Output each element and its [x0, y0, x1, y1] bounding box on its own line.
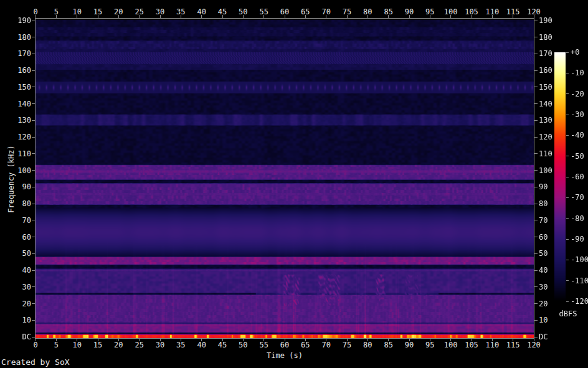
freq-tick-left — [32, 303, 35, 304]
freq-tick-right — [534, 303, 538, 304]
plot-border-right — [534, 18, 534, 339]
freq-tick-right — [534, 87, 538, 87]
freq-tick-label-left: 30 — [4, 283, 31, 291]
colorbar-tick-label: -60 — [571, 173, 588, 181]
colorbar-tick-label: +0 — [571, 49, 588, 56]
colorbar-tick — [566, 177, 569, 177]
freq-tick-left — [32, 253, 35, 254]
freq-tick-left — [32, 153, 35, 154]
freq-tick-label-left: 40 — [4, 267, 31, 274]
freq-tick-left — [32, 21, 35, 21]
freq-tick-label-left: 140 — [4, 100, 31, 108]
freq-tick-right — [534, 337, 538, 337]
freq-tick-label-left: 150 — [4, 83, 31, 91]
freq-tick-label-right: 50 — [539, 250, 561, 257]
freq-tick-left — [32, 103, 35, 104]
colorbar-tick — [566, 52, 569, 53]
freq-tick-label-left: 170 — [4, 50, 31, 57]
colorbar-tick — [566, 301, 569, 302]
freq-tick-left — [32, 204, 35, 204]
freq-tick-left — [32, 220, 35, 220]
colorbar-tick — [566, 73, 569, 73]
time-tick-label-bottom: 120 — [521, 341, 546, 349]
freq-tick-label-right: 60 — [539, 234, 561, 241]
freq-tick-left — [32, 286, 35, 287]
freq-tick-label-right: 110 — [539, 150, 561, 158]
colorbar-tick-label: -120 — [571, 298, 588, 305]
freq-tick-label-right: 120 — [539, 133, 561, 141]
y-axis-title: Frequency (kHz) — [7, 130, 16, 229]
freq-tick-label-right: 130 — [539, 116, 561, 124]
sox-credit: Created by SoX — [1, 357, 70, 367]
freq-tick-left — [32, 170, 35, 171]
colorbar-tick — [566, 115, 569, 115]
colorbar-tick-label: -100 — [571, 256, 588, 263]
freq-tick-label-right: 20 — [539, 300, 561, 308]
freq-tick-label-left: 60 — [4, 234, 31, 241]
colorbar-tick-label: -20 — [571, 90, 588, 98]
freq-tick-right — [534, 153, 538, 154]
freq-tick-right — [534, 220, 538, 220]
freq-tick-right — [534, 320, 538, 321]
freq-tick-label-left: 190 — [4, 17, 31, 24]
colorbar-tick-label: -30 — [571, 111, 588, 118]
time-tick-label-top: 120 — [521, 8, 546, 16]
colorbar-tick — [566, 197, 569, 198]
freq-tick-left — [32, 137, 35, 138]
freq-tick-left — [32, 337, 35, 337]
freq-tick-left — [32, 237, 35, 237]
colorbar-tick — [566, 239, 569, 240]
sox-spectrogram-window: 0055101015152020252530303535404045455050… — [0, 0, 588, 368]
freq-tick-label-left: 20 — [4, 300, 31, 308]
freq-tick-left — [32, 37, 35, 37]
freq-tick-label-left: 180 — [4, 34, 31, 41]
plot-border-top — [35, 18, 534, 19]
freq-tick-label-right: 100 — [539, 167, 561, 174]
freq-tick-label-left: 130 — [4, 116, 31, 124]
freq-tick-right — [534, 187, 538, 187]
colorbar-tick-label: -40 — [571, 131, 588, 139]
colorbar-tick-label: -70 — [571, 194, 588, 201]
freq-tick-label-right: 80 — [539, 200, 561, 207]
plot-border-left — [35, 18, 36, 339]
freq-tick-left — [32, 187, 35, 187]
spectrogram-canvas — [36, 19, 534, 338]
freq-tick-left — [32, 70, 35, 71]
freq-tick-left — [32, 54, 35, 54]
freq-tick-right — [534, 204, 538, 204]
freq-tick-left — [32, 120, 35, 121]
freq-tick-right — [534, 54, 538, 54]
freq-tick-label-right: 150 — [539, 83, 561, 91]
freq-tick-label-left: DC — [4, 333, 31, 341]
colorbar-tick — [566, 260, 569, 260]
freq-tick-label-right: 160 — [539, 67, 561, 74]
colorbar-title: dBFS — [554, 309, 582, 318]
colorbar-tick — [566, 218, 569, 219]
freq-tick-label-left: 10 — [4, 316, 31, 324]
colorbar-tick-label: -80 — [571, 215, 588, 222]
freq-tick-right — [534, 270, 538, 271]
freq-tick-left — [32, 87, 35, 87]
colorbar-tick — [566, 135, 569, 136]
freq-tick-right — [534, 137, 538, 138]
freq-tick-right — [534, 120, 538, 121]
freq-tick-label-right: 40 — [539, 267, 561, 274]
freq-tick-left — [32, 320, 35, 321]
freq-tick-right — [534, 286, 538, 287]
colorbar-tick — [566, 156, 569, 156]
freq-tick-label-left: 160 — [4, 67, 31, 74]
colorbar-tick-label: -10 — [571, 69, 588, 77]
freq-tick-label-right: 140 — [539, 100, 561, 108]
freq-tick-right — [534, 253, 538, 254]
colorbar-tick-label: -90 — [571, 235, 588, 243]
freq-tick-right — [534, 70, 538, 71]
freq-tick-right — [534, 21, 538, 21]
freq-tick-right — [534, 237, 538, 237]
freq-tick-label-right: 190 — [539, 17, 561, 24]
freq-tick-label-left: 50 — [4, 250, 31, 257]
freq-tick-label-right: 90 — [539, 183, 561, 191]
freq-tick-right — [534, 37, 538, 37]
freq-tick-right — [534, 103, 538, 104]
freq-tick-label-right: 180 — [539, 34, 561, 41]
colorbar-tick — [566, 280, 569, 281]
